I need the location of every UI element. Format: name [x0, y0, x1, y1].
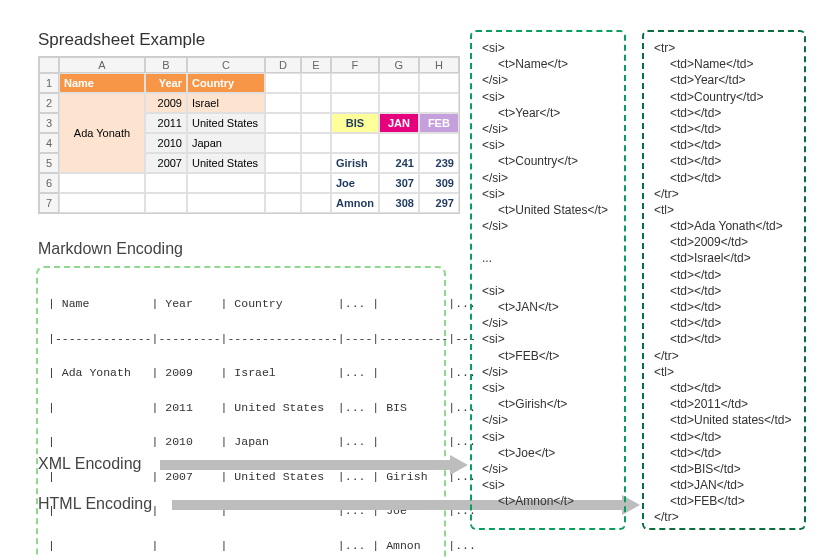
cell-E4[interactable]	[301, 133, 331, 153]
cell-A2-merged[interactable]: Ada Yonath	[59, 93, 145, 173]
cell-G5[interactable]: 241	[379, 153, 419, 173]
cell-B1[interactable]: Year	[145, 73, 187, 93]
md-line: | | 2010 | Japan |... | |...	[48, 433, 434, 450]
cell-H2[interactable]	[419, 93, 459, 113]
cell-D5[interactable]	[265, 153, 301, 173]
cell-F1[interactable]	[331, 73, 379, 93]
code-line: <td>Name</td>	[654, 56, 794, 72]
col-D: D	[265, 57, 301, 73]
cell-F7[interactable]: Amnon	[331, 193, 379, 213]
code-line: <t>Name</t>	[482, 56, 614, 72]
cell-D3[interactable]	[265, 113, 301, 133]
cell-C3[interactable]: United States	[187, 113, 265, 133]
code-line: </si>	[482, 72, 614, 88]
spreadsheet-example: A B C D E F G H 1 Name Year Country 2 Ad…	[38, 56, 460, 214]
cell-E6[interactable]	[301, 173, 331, 193]
rowhead-6: 6	[39, 173, 59, 193]
code-line: <td>FEB</td>	[654, 493, 794, 509]
code-line: <td></td>	[654, 105, 794, 121]
col-header-row: A B C D E F G H	[39, 57, 459, 73]
cell-B5[interactable]: 2007	[145, 153, 187, 173]
cell-G3[interactable]: JAN	[379, 113, 419, 133]
cell-D6[interactable]	[265, 173, 301, 193]
code-line: <t>Joe</t>	[482, 445, 614, 461]
cell-C7[interactable]	[187, 193, 265, 213]
code-line: <td>2011</td>	[654, 396, 794, 412]
cell-C6[interactable]	[187, 173, 265, 193]
cell-H5[interactable]: 239	[419, 153, 459, 173]
cell-F6[interactable]: Joe	[331, 173, 379, 193]
code-line: </si>	[482, 315, 614, 331]
col-G: G	[379, 57, 419, 73]
code-line: <si>	[482, 477, 614, 493]
cell-H1[interactable]	[419, 73, 459, 93]
row-2: 2 Ada Yonath 2009 Israel	[39, 93, 459, 113]
cell-C4[interactable]: Japan	[187, 133, 265, 153]
cell-H6[interactable]: 309	[419, 173, 459, 193]
cell-C1[interactable]: Country	[187, 73, 265, 93]
code-line: <t>Country</t>	[482, 153, 614, 169]
rowhead-7: 7	[39, 193, 59, 213]
cell-A7[interactable]	[59, 193, 145, 213]
code-line: <tr>	[654, 40, 794, 56]
cell-D1[interactable]	[265, 73, 301, 93]
md-line: |--------------|---------|--------------…	[48, 330, 434, 347]
code-line: </si>	[482, 121, 614, 137]
markdown-title: Markdown Encoding	[38, 240, 183, 258]
cell-H3[interactable]: FEB	[419, 113, 459, 133]
code-line: <td></td>	[654, 315, 794, 331]
cell-F5[interactable]: Girish	[331, 153, 379, 173]
cell-G6[interactable]: 307	[379, 173, 419, 193]
cell-E3[interactable]	[301, 113, 331, 133]
rowhead-5: 5	[39, 153, 59, 173]
cell-E1[interactable]	[301, 73, 331, 93]
cell-B7[interactable]	[145, 193, 187, 213]
cell-C5[interactable]: United States	[187, 153, 265, 173]
col-H: H	[419, 57, 459, 73]
cell-H4[interactable]	[419, 133, 459, 153]
html-encoding-box: <tr><td>Name</td><td>Year</td><td>Countr…	[642, 30, 806, 530]
cell-G7[interactable]: 308	[379, 193, 419, 213]
code-line: <td></td>	[654, 331, 794, 347]
cell-F3[interactable]: BIS	[331, 113, 379, 133]
code-line: <td></td>	[654, 429, 794, 445]
row-1: 1 Name Year Country	[39, 73, 459, 93]
code-line: <td>Country</td>	[654, 89, 794, 105]
cell-G4[interactable]	[379, 133, 419, 153]
cell-A6[interactable]	[59, 173, 145, 193]
markdown-encoding-box: | Name | Year | Country |... | |... |---…	[36, 266, 446, 558]
col-E: E	[301, 57, 331, 73]
cell-F4[interactable]	[331, 133, 379, 153]
cell-B4[interactable]: 2010	[145, 133, 187, 153]
cell-F2[interactable]	[331, 93, 379, 113]
code-line: <td>Ada Yonath</td>	[654, 218, 794, 234]
cell-D2[interactable]	[265, 93, 301, 113]
cell-D7[interactable]	[265, 193, 301, 213]
cell-D4[interactable]	[265, 133, 301, 153]
code-line: <si>	[482, 137, 614, 153]
code-line: <td>Year</td>	[654, 72, 794, 88]
cell-B6[interactable]	[145, 173, 187, 193]
xml-arrow	[160, 460, 450, 470]
code-line: <si>	[482, 331, 614, 347]
code-line: <tl>	[654, 364, 794, 380]
cell-H7[interactable]: 297	[419, 193, 459, 213]
cell-G1[interactable]	[379, 73, 419, 93]
cell-G2[interactable]	[379, 93, 419, 113]
cell-E5[interactable]	[301, 153, 331, 173]
cell-B2[interactable]: 2009	[145, 93, 187, 113]
cell-C2[interactable]: Israel	[187, 93, 265, 113]
cell-A1[interactable]: Name	[59, 73, 145, 93]
rowhead-3: 3	[39, 113, 59, 133]
code-line: <si>	[482, 429, 614, 445]
cell-B3[interactable]: 2011	[145, 113, 187, 133]
rowhead-4: 4	[39, 133, 59, 153]
md-line: | | | |... | Amnon |...	[48, 537, 434, 554]
code-line: <td></td>	[654, 121, 794, 137]
code-line: <t>Amnon</t>	[482, 493, 614, 509]
cell-E2[interactable]	[301, 93, 331, 113]
code-line	[482, 267, 614, 283]
spreadsheet-title: Spreadsheet Example	[38, 30, 205, 50]
cell-E7[interactable]	[301, 193, 331, 213]
code-line: <td></td>	[654, 267, 794, 283]
